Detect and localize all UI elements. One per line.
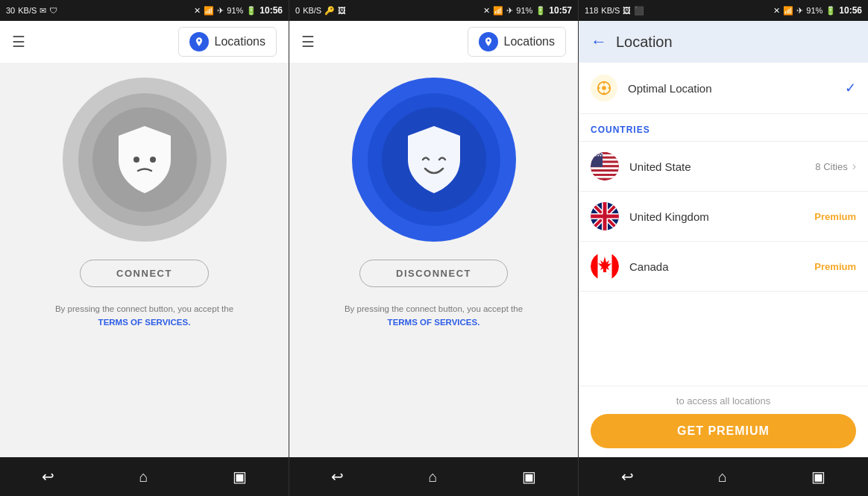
upgrade-section: to access all locations GET PREMIUM (579, 386, 868, 457)
top-nav-1: ☰ Locations (0, 21, 289, 63)
home-nav-icon-1[interactable]: ⌂ (127, 462, 160, 492)
battery-text-1: 91% (227, 6, 243, 15)
country-name-ca: Canada (629, 260, 814, 273)
status-right-2: ✕ 📶 ✈ 91% 🔋 10:57 (483, 5, 572, 16)
upgrade-hint-text: to access all locations (591, 395, 856, 406)
status-bar-3: 118 KB/S 🖼 ⬛ ✕ 📶 ✈ 91% 🔋 10:56 (579, 0, 868, 21)
country-row-ca[interactable]: Canada Premium (579, 242, 868, 292)
us-chevron-icon: › (852, 160, 856, 173)
home-nav-icon-2[interactable]: ⌂ (416, 462, 449, 492)
recents-nav-icon-2[interactable]: ▣ (510, 462, 548, 492)
locations-button-1[interactable]: Locations (178, 27, 277, 57)
battery-icon-2: 🔋 (535, 6, 546, 16)
svg-rect-18 (591, 169, 619, 172)
country-name-uk: United Kingdom (629, 210, 814, 223)
signal-icon-2: ✕ (483, 6, 490, 16)
recents-nav-icon-3[interactable]: ▣ (799, 462, 837, 492)
svg-point-31 (597, 155, 599, 157)
svg-point-27 (599, 153, 600, 154)
svg-point-29 (593, 155, 594, 157)
airplane-icon-3: ✈ (796, 6, 803, 16)
disconnect-button[interactable]: DISCONNECT (359, 260, 508, 287)
svg-point-1 (150, 157, 156, 163)
svg-point-30 (595, 155, 597, 157)
svg-rect-11 (591, 154, 619, 157)
mid-circle-gray (78, 93, 211, 226)
status-bar-2: 0 KB/S 🔑 🖼 ✕ 📶 ✈ 91% 🔋 10:57 (289, 0, 578, 21)
countries-header: COUNTRIES (579, 114, 868, 142)
bottom-nav-2: ↩ ⌂ ▣ (289, 457, 578, 496)
kb-indicator: 30 (6, 6, 15, 15)
status-bar-1: 30 KB/S ✉ 🛡 ✕ 📶 ✈ 91% 🔋 10:56 (0, 0, 289, 21)
kb-label-2: KB/S (303, 6, 321, 15)
flag-us (591, 152, 619, 180)
location-top-nav: ← Location (579, 21, 868, 63)
svg-point-28 (601, 153, 603, 154)
country-row-us[interactable]: United State 8 Cities › (579, 142, 868, 192)
footer-2: By pressing the connect button, you acce… (345, 302, 523, 330)
back-nav-icon-2[interactable]: ↩ (319, 462, 356, 492)
wifi-icon: 📶 (204, 6, 214, 16)
svg-point-0 (133, 157, 139, 163)
svg-point-32 (600, 155, 602, 157)
country-name-us: United State (629, 160, 815, 173)
hamburger-menu-2[interactable]: ☰ (301, 33, 315, 51)
locations-button-2[interactable]: Locations (468, 27, 567, 57)
flag-uk (591, 202, 619, 230)
footer-text-2: By pressing the connect button, you acce… (345, 304, 523, 313)
flag-ca (591, 252, 619, 280)
us-cities-count: 8 Cities (815, 161, 847, 172)
recents-nav-icon-1[interactable]: ▣ (221, 462, 259, 492)
location-list: Optimal Location ✓ COUNTRIES (579, 63, 868, 386)
kb-indicator-3: 118 (585, 6, 598, 15)
country-row-uk[interactable]: United Kingdom Premium (579, 192, 868, 242)
optimal-location-label: Optimal Location (628, 82, 845, 95)
time-1: 10:56 (260, 5, 283, 16)
time-2: 10:57 (549, 5, 572, 16)
back-nav-icon-3[interactable]: ↩ (609, 462, 646, 492)
svg-point-26 (597, 153, 598, 154)
shield-svg-connected (400, 122, 468, 197)
location-page-title: Location (616, 34, 673, 51)
svg-rect-19 (591, 172, 619, 174)
kb-indicator-2: 0 (295, 6, 300, 15)
hamburger-menu-1[interactable]: ☰ (12, 33, 25, 51)
shield-circle-connected (352, 78, 516, 242)
home-nav-icon-3[interactable]: ⌂ (706, 462, 739, 492)
location-icon-1 (189, 32, 209, 51)
optimal-location-row[interactable]: Optimal Location ✓ (579, 63, 868, 114)
top-nav-2: ☰ Locations (289, 21, 578, 63)
msg-icon: ✉ (40, 6, 46, 16)
inner-circle-gray (92, 107, 197, 212)
svg-rect-21 (591, 176, 619, 178)
vpn-icon: 🔑 (324, 6, 335, 16)
svg-rect-42 (591, 215, 619, 219)
main-content-2: DISCONNECT By pressing the connect butto… (289, 63, 578, 457)
svg-rect-46 (612, 252, 620, 280)
connect-button[interactable]: CONNECT (80, 260, 209, 287)
panel-connected: 0 KB/S 🔑 🖼 ✕ 📶 ✈ 91% 🔋 10:57 ☰ Locations (289, 0, 579, 496)
get-premium-button[interactable]: GET PREMIUM (591, 414, 856, 448)
shield-circle-disconnected (63, 78, 227, 242)
terms-link-2[interactable]: TERMS OF SERVICES. (388, 318, 480, 327)
bottom-nav-1: ↩ ⌂ ▣ (0, 457, 289, 496)
panel-location-list: 118 KB/S 🖼 ⬛ ✕ 📶 ✈ 91% 🔋 10:56 ← Locatio… (579, 0, 868, 496)
back-nav-icon-1[interactable]: ↩ (30, 462, 66, 492)
uk-premium-badge: Premium (814, 211, 856, 222)
back-button[interactable]: ← (591, 32, 607, 51)
svg-rect-17 (591, 167, 619, 169)
terms-link-1[interactable]: TERMS OF SERVICES. (98, 318, 191, 327)
svg-rect-10 (591, 152, 619, 154)
svg-point-25 (594, 153, 595, 154)
svg-point-3 (602, 86, 606, 90)
panel-disconnected: 30 KB/S ✉ 🛡 ✕ 📶 ✈ 91% 🔋 10:56 ☰ Location… (0, 0, 289, 496)
inner-circle-blue (382, 107, 486, 212)
shield-status-icon: 🛡 (49, 6, 57, 15)
svg-rect-20 (591, 174, 619, 176)
status-right-3: ✕ 📶 ✈ 91% 🔋 10:56 (773, 5, 862, 16)
bottom-nav-3: ↩ ⌂ ▣ (579, 457, 868, 496)
shield-svg-disconnected (111, 122, 178, 197)
signal-icon: ✕ (194, 6, 201, 16)
battery-text-3: 91% (806, 6, 823, 15)
status-left-3: 118 KB/S 🖼 ⬛ (585, 6, 644, 16)
